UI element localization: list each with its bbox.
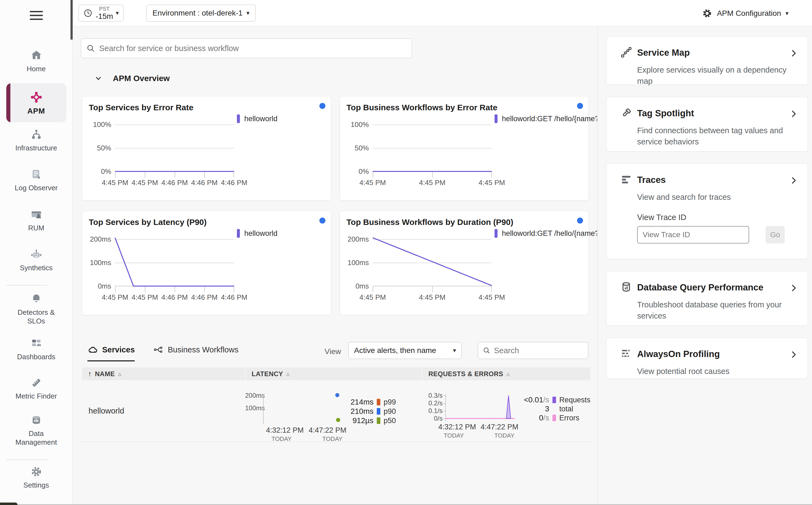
chart-legend: helloworld:GET /hello/{name?}	[494, 114, 601, 123]
shortcut-card-service-map[interactable]: Service Map Explore services visually on…	[606, 36, 808, 85]
sidebar-item-infrastructure[interactable]: Infrastructure	[6, 128, 67, 153]
legend-label: helloworld	[244, 229, 277, 238]
legend-label: Errors	[559, 414, 579, 422]
services-panel: Services Business Workflows View Active …	[82, 341, 590, 442]
sidebar-item-settings[interactable]: Settings	[6, 465, 67, 490]
db-chart-icon	[620, 281, 632, 293]
service-search-bar[interactable]	[81, 38, 412, 58]
sidebar-item-detectors-slos[interactable]: Detectors & SLOs	[6, 293, 67, 326]
status-dot-icon[interactable]	[577, 217, 583, 223]
percentile-swatch-icon	[377, 408, 380, 414]
chevron-right-icon[interactable]	[789, 283, 798, 293]
clock-icon	[83, 8, 93, 18]
sidebar-item-apm[interactable]: APM	[6, 83, 67, 122]
service-name-cell[interactable]: helloworld	[82, 380, 245, 442]
tab-services-label: Services	[102, 345, 135, 354]
sidebar-item-label: Infrastructure	[10, 144, 62, 153]
x-axis-tick-label: 4:45 PM	[479, 293, 505, 302]
sidebar-item-rum[interactable]: RUM	[6, 208, 67, 232]
tab-services[interactable]: Services	[88, 344, 135, 361]
go-button[interactable]: Go	[766, 226, 785, 243]
sidebar-divider	[6, 285, 47, 286]
chevron-right-icon[interactable]	[789, 350, 798, 359]
spark-time-label: 4:32:12 PM	[266, 426, 304, 435]
gear-icon	[702, 8, 713, 19]
status-dot-icon[interactable]	[319, 103, 325, 109]
top-bar: PST -15m ▾ Environment : otel-derek-1 ▾ …	[73, 0, 812, 26]
sidebar-item-synthetics[interactable]: Synthetics	[6, 248, 67, 273]
requests-errors-cell: 0.3/s0.2/s0.1/s0/s 4:32:12 PMTODAY4:47:2…	[421, 380, 589, 442]
shortcut-card-title: Tag Spotlight	[637, 108, 694, 119]
spark-time-label: 4:47:22 PM	[481, 423, 518, 431]
view-sort-dropdown[interactable]: Active alerts, then name ▾	[348, 342, 462, 359]
requests-legend-row: <0.01/s Requests	[519, 395, 590, 404]
y-axis-tick-label: 100%	[85, 120, 111, 129]
hamburger-menu-icon[interactable]	[30, 11, 43, 22]
spark-time-label: 4:32:12 PM	[438, 423, 476, 431]
table-search-input[interactable]	[494, 346, 597, 355]
status-dot-icon[interactable]	[319, 217, 325, 223]
chevron-right-icon[interactable]	[789, 176, 798, 185]
profiling-icon	[620, 348, 632, 360]
environment-value: Environment : otel-derek-1	[152, 9, 243, 17]
sidebar-item-label: Log Observer	[10, 183, 62, 192]
gear-icon	[30, 465, 42, 478]
y-axis-tick-label: 0ms	[85, 282, 111, 291]
requests-sparkline	[445, 394, 515, 422]
tab-business-workflows[interactable]: Business Workflows	[153, 344, 238, 360]
profiling-icon	[620, 348, 632, 360]
sidebar-item-home[interactable]: Home	[6, 49, 67, 73]
p90-dot[interactable]	[335, 393, 339, 397]
p50-dot[interactable]	[336, 418, 340, 422]
time-picker-range: -15m	[96, 13, 113, 20]
database-icon	[30, 414, 42, 427]
chevron-right-icon[interactable]	[789, 109, 798, 119]
sort-triangle-icon: △	[506, 371, 510, 376]
x-axis-tick-label: 4:46 PM	[161, 179, 188, 187]
requests-axis-label: 0.3/s	[421, 391, 443, 400]
status-dot-icon[interactable]	[577, 103, 583, 109]
table-header: ↑ NAME △ LATENCY △ REQUESTS & ERRORS △	[82, 367, 590, 380]
overview-charts-grid: Top Services by Error Rate100%50%0% 4:45…	[82, 96, 589, 315]
tabs-row: Services Business Workflows View Active …	[82, 341, 590, 367]
shortcut-card-database-query-performance[interactable]: Database Query Performance Troubleshoot …	[606, 271, 808, 326]
apm-overview-section-toggle[interactable]: APM Overview	[94, 72, 170, 85]
time-picker-timezone: PST	[99, 6, 110, 11]
column-header-requests-errors[interactable]: REQUESTS & ERRORS △	[423, 367, 590, 380]
sidebar-item-label: Detectors & SLOs	[10, 308, 62, 326]
column-header-name[interactable]: ↑ NAME △	[82, 367, 245, 380]
shortcut-card-alwayson-profiling[interactable]: AlwaysOn Profiling View potential root c…	[606, 338, 808, 379]
sidebar-item-log-observer[interactable]: Log Observer	[6, 168, 67, 192]
table-search-box[interactable]	[478, 342, 588, 359]
shortcut-card-tag-spotlight[interactable]: Tag Spotlight Find connections between t…	[606, 97, 808, 152]
view-trace-id-input[interactable]	[637, 226, 749, 243]
sidebar-item-dashboards[interactable]: Dashboards	[6, 337, 67, 361]
environment-dropdown[interactable]: Environment : otel-derek-1 ▾	[146, 5, 256, 22]
workflow-branch-icon	[153, 344, 163, 355]
time-picker-button[interactable]: PST -15m ▾	[79, 5, 123, 22]
y-axis-tick-label: 100ms	[343, 258, 369, 267]
column-header-latency[interactable]: LATENCY △	[246, 367, 422, 380]
home-icon	[30, 49, 42, 62]
tab-business-workflows-label: Business Workflows	[168, 345, 238, 354]
apm-configuration-menu[interactable]: APM Configuration ▾	[702, 0, 789, 26]
x-axis-tick-label: 4:45 PM	[419, 293, 446, 302]
table-row[interactable]: helloworld 200ms100ms4:32:12 PMTODAY4:47…	[82, 380, 590, 442]
sidebar-item-metric-finder[interactable]: Metric Finder	[6, 376, 67, 401]
x-axis-tick-label: 4:46 PM	[221, 179, 247, 187]
active-item-accent	[6, 83, 10, 122]
chart-legend: helloworld:GET /hello/{name?}	[494, 229, 601, 238]
chart-card-top-services-by-latency-p90: Top Services by Latency (P90)200ms100ms0…	[82, 211, 331, 315]
chevron-right-icon[interactable]	[789, 48, 798, 58]
sidebar-item-data-management[interactable]: Data Management	[6, 414, 67, 447]
bell-icon	[30, 293, 42, 305]
percentile-value: 912µs	[343, 416, 373, 425]
sidebar-scrollbar[interactable]	[71, 0, 73, 40]
shortcut-card-title: AlwaysOn Profiling	[637, 349, 720, 359]
spark-time-label: 4:47:22 PM	[309, 426, 346, 435]
legend-swatch-icon	[553, 397, 556, 403]
legend-value: <0.01/s	[519, 395, 549, 404]
latency-axis-label: 100ms	[245, 404, 261, 412]
shortcut-card-traces[interactable]: Traces View and search for tracesView Tr…	[606, 164, 808, 259]
service-search-input[interactable]	[99, 44, 407, 53]
